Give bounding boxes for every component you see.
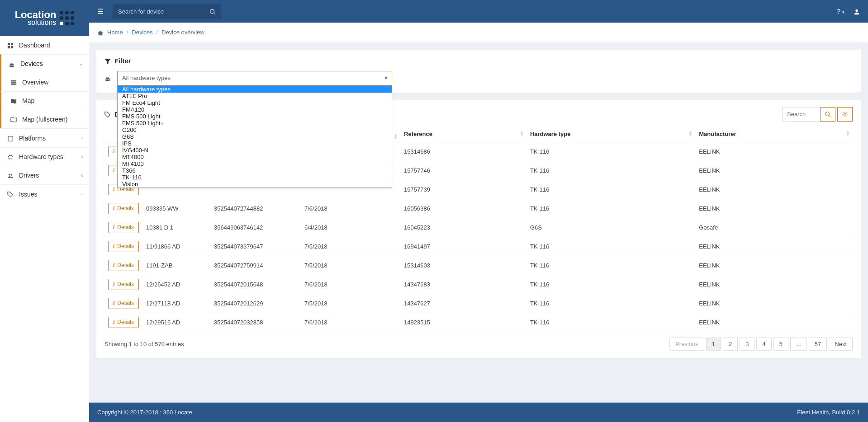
car-icon [104,74,111,81]
table-row: iDetails 11/91866 AD 352544073379647 7/5… [104,237,853,256]
nav-hardware-types[interactable]: Hardware types ‹ [0,147,89,166]
details-button[interactable]: iDetails [108,279,139,290]
dropdown-option[interactable]: G6S [118,133,392,140]
map-icon [9,97,18,104]
svg-rect-4 [11,80,16,82]
page-next[interactable]: Next [829,338,853,351]
table-search-input[interactable] [782,107,818,122]
nav-drivers[interactable]: Drivers ‹ [0,166,89,184]
page-number[interactable]: 1 [706,338,721,351]
details-button[interactable]: iDetails [108,317,139,328]
nav-map-fullscreen[interactable]: Map (fullscreen) [0,110,89,128]
dropdown-option[interactable]: FMS 500 Light [118,113,392,120]
table-info: Showing 1 to 10 of 570 entries [104,341,184,347]
col-manufacturer[interactable]: Manufacturer▴▾ [695,126,853,142]
info-icon: i [113,224,114,231]
nav-platforms[interactable]: Platforms ‹ [0,128,89,147]
dropdown-option[interactable]: T366 [118,167,392,174]
breadcrumb-home[interactable]: Home [107,29,123,36]
nav-dashboard[interactable]: Dashboard [0,36,89,54]
cell-hardware-type: G6S [526,218,695,237]
dropdown-option[interactable]: FMS 500 Light+ [118,120,392,127]
details-button[interactable]: iDetails [108,203,139,214]
cell-manufacturer: EELINK [695,199,853,218]
cell-manufacturer: Gosafe [695,218,853,237]
svg-point-8 [9,174,10,176]
col-hardware-type[interactable]: Hardware type▴▾ [526,126,695,142]
dropdown-option[interactable]: MT4100 [118,160,392,167]
chevron-left-icon: ‹ [81,154,83,159]
page-number[interactable]: 2 [723,338,738,351]
page-number[interactable]: 4 [756,338,771,351]
info-icon: i [113,262,114,269]
dropdown-option[interactable]: IPS [118,140,392,147]
cell-imei: 352544072032858 [210,313,301,332]
nav-map[interactable]: Map [0,91,89,110]
svg-rect-3 [11,46,13,48]
cell-reference: 16045223 [400,218,526,237]
svg-point-14 [825,112,830,116]
cell-name: 1191-ZAB [142,256,210,275]
dropdown-option[interactable]: All hardware types [118,86,392,93]
search-icon[interactable] [209,8,216,15]
cell-manufacturer: EELINK [695,294,853,313]
filter-title: Filter [114,57,131,65]
page-number[interactable]: 5 [773,338,788,351]
nav-overview[interactable]: Overview [0,73,89,91]
footer-left: Copyright © 2017-2018 : 360 Locate [97,409,192,416]
tag-icon [104,110,111,118]
cell-imei: 352544072015648 [210,275,301,294]
nav-devices[interactable]: Devices ⌄ [0,54,89,73]
global-search-input[interactable] [118,8,209,15]
help-menu[interactable]: ? ▾ [837,8,844,15]
page-previous[interactable]: Previous [669,338,704,351]
details-button[interactable]: iDetails [108,222,139,233]
cell-imei: 352544072759914 [210,256,301,275]
table-settings-button[interactable] [837,107,853,122]
chip-icon [6,153,14,160]
dropdown-option[interactable]: TK-116 [118,174,392,181]
dropdown-option[interactable]: Vision [118,181,392,188]
cell-reference: 15314686 [400,142,526,161]
table-search-button[interactable] [820,107,835,122]
cell-reference: 15757746 [400,161,526,180]
nav-label: Drivers [19,172,39,179]
cell-imei: 352544072012629 [210,294,301,313]
dropdown-option[interactable]: G200 [118,127,392,133]
dropdown-option[interactable]: FM Eco4 Light [118,99,392,106]
page-number[interactable]: 3 [740,338,754,351]
user-menu[interactable] [854,8,860,15]
col-reference[interactable]: Reference▴▾ [400,126,526,142]
dropdown-option[interactable]: FMA120 [118,106,392,113]
info-icon: i [113,148,114,155]
map-fullscreen-icon [9,116,18,123]
hardware-type-select[interactable]: All hardware types ▼ [117,71,392,85]
cell-imei: 356449063746142 [210,218,301,237]
details-button[interactable]: iDetails [108,241,139,252]
cell-hardware-type: TK-116 [526,199,695,218]
global-search[interactable] [113,4,221,19]
cell-manufacturer: EELINK [695,142,853,161]
cell-date: 7/6/2018 [301,313,400,332]
nav-issues[interactable]: Issues ‹ [0,184,89,203]
breadcrumb-current: Device overview [161,29,204,36]
dropdown-option[interactable]: IVG400-N [118,147,392,154]
breadcrumb-devices[interactable]: Devices [132,29,152,36]
cell-name: 12/29516 AD [142,313,210,332]
cell-manufacturer: EELINK [695,237,853,256]
cell-reference: 14347627 [400,294,526,313]
svg-point-15 [844,113,846,115]
nav-label: Devices [20,60,43,67]
svg-point-10 [9,192,9,193]
dashboard-icon [6,42,14,49]
details-button[interactable]: iDetails [108,260,139,271]
info-icon: i [113,319,114,326]
cell-manufacturer: EELINK [695,161,853,180]
dropdown-option[interactable]: AT1E Pro [118,93,392,99]
details-button[interactable]: iDetails [108,298,139,309]
dropdown-option[interactable]: MT4000 [118,154,392,160]
breadcrumb: Home / Devices / Device overview [89,23,868,42]
menu-toggle-icon[interactable]: ☰ [97,7,104,16]
page-number[interactable]: 57 [809,338,827,351]
cell-hardware-type: TK-116 [526,142,695,161]
